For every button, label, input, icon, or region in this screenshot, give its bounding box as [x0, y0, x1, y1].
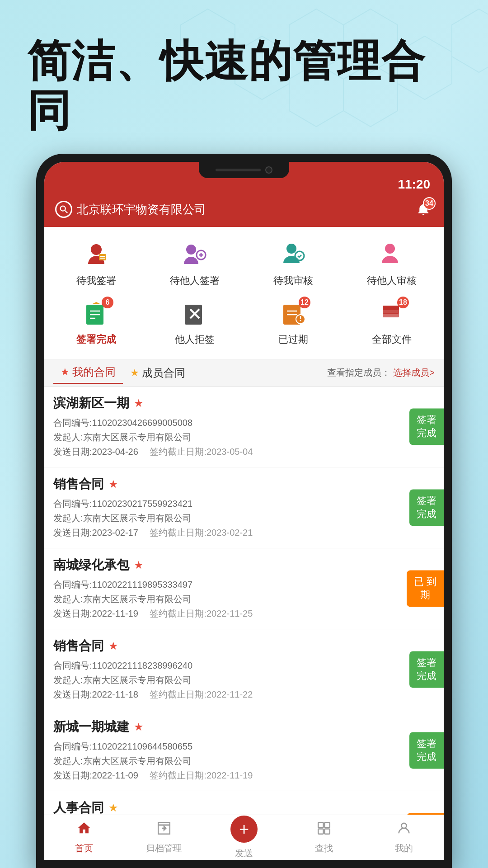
action-expired[interactable]: 12 已过期	[246, 295, 341, 350]
contract-status-btn[interactable]: 已 到期	[407, 570, 444, 607]
notch-bar-inner	[216, 169, 261, 171]
action-waiting-sign-other[interactable]: 待他人签署	[147, 236, 242, 291]
tab-my-contract[interactable]: ★ 我的合同	[53, 361, 123, 384]
action-label-other-reject: 他人拒签	[175, 333, 215, 346]
contract-item[interactable]: 新城一期城建 ★ 合同编号:11020221109644580655 发起人:东…	[44, 710, 444, 791]
contract-meta: 合同编号:11020221109644580655 发起人:东南大区展示专用有限…	[53, 739, 380, 783]
contract-title: 南城绿化承包	[53, 557, 129, 574]
view-member-label: 查看指定成员：	[327, 367, 390, 379]
svg-point-18	[286, 244, 296, 254]
contract-title: 销售合同	[53, 637, 104, 655]
action-sign-complete[interactable]: 6 签署完成	[49, 295, 144, 350]
contract-item[interactable]: 滨湖新区一期 ★ 合同编号:11020230426699005008 发起人:东…	[44, 387, 444, 467]
svg-point-20	[385, 244, 395, 254]
action-icon-all-files: 18	[376, 298, 407, 329]
contract-title: 销售合同	[53, 476, 104, 493]
star-icon: ★	[108, 478, 118, 491]
action-icon-sign-complete: 6	[81, 298, 112, 329]
notch	[199, 162, 289, 178]
search-icon[interactable]	[55, 201, 72, 218]
status-bar: 11:20	[44, 162, 444, 193]
contract-tabs: ★ 我的合同 ★ 成员合同 查看指定成员： 选择成员>	[44, 359, 444, 387]
contract-title: 新城一期城建	[53, 718, 129, 736]
action-waiting-sign-me[interactable]: 待我签署	[49, 236, 144, 291]
nav-find-label: 查找	[315, 842, 333, 854]
contract-status-btn[interactable]: 签署完成	[409, 489, 444, 526]
contract-status-btn[interactable]: 签署完成	[409, 732, 444, 769]
add-icon[interactable]: +	[230, 816, 258, 843]
contract-item[interactable]: 销售合同 ★ 合同编号:11020221118238996240 发起人:东南大…	[44, 629, 444, 710]
action-other-reject[interactable]: 他人拒签	[147, 295, 242, 350]
nav-home-label: 首页	[75, 842, 93, 854]
svg-marker-39	[164, 826, 166, 830]
action-icon-review-other	[376, 240, 407, 270]
contract-item[interactable]: 销售合同 ★ 合同编号:11020230217559923421 发起人:东南大…	[44, 467, 444, 548]
notch-camera	[265, 166, 272, 174]
nav-mine-label: 我的	[395, 842, 413, 854]
select-member-button[interactable]: 选择成员>	[393, 367, 435, 379]
bell-container[interactable]: 34	[414, 200, 433, 219]
contract-meta: 合同编号:11020230426699005008 发起人:东南大区展示专用有限…	[53, 415, 380, 459]
action-label-sign-other: 待他人签署	[170, 274, 220, 288]
action-label-expired: 已过期	[278, 333, 308, 346]
svg-point-33	[300, 320, 301, 321]
company-name: 北京联环宇物资有限公司	[77, 202, 206, 217]
all-files-badge: 18	[397, 297, 409, 308]
status-time: 11:20	[398, 177, 430, 192]
svg-point-19	[295, 251, 304, 260]
svg-point-10	[91, 244, 102, 255]
action-icon-review-me	[278, 240, 309, 270]
nav-mine[interactable]: 我的	[364, 816, 444, 859]
bottom-nav: 首页 归档管理 +	[44, 815, 444, 860]
star-icon: ★	[108, 802, 118, 814]
svg-point-14	[186, 245, 196, 255]
contract-meta: 合同编号:11020221119895333497 发起人:东南大区展示专用有限…	[53, 577, 380, 621]
nav-send-label: 发送	[235, 847, 253, 859]
svg-line-9	[65, 211, 68, 213]
svg-point-8	[61, 206, 66, 211]
tab-right: 查看指定成员： 选择成员>	[327, 367, 435, 379]
action-waiting-review-me[interactable]: 待我审核	[246, 236, 341, 291]
archive-icon	[156, 821, 172, 840]
contract-status-btn[interactable]: 签署完成	[409, 408, 444, 445]
contracts-container: 滨湖新区一期 ★ 合同编号:11020230426699005008 发起人:东…	[44, 387, 444, 860]
svg-rect-42	[318, 829, 323, 834]
nav-find[interactable]: 查找	[284, 816, 364, 859]
svg-rect-36	[383, 306, 399, 310]
nav-archive-label: 归档管理	[146, 842, 182, 854]
action-label-all-files: 全部文件	[372, 333, 412, 346]
contract-status-btn[interactable]: 签署完成	[409, 651, 444, 688]
contract-item[interactable]: 南城绿化承包 ★ 合同编号:11020221119895333497 发起人:东…	[44, 548, 444, 629]
phone-mockup: 11:20 北京联环宇物资有限公司	[36, 154, 452, 868]
star-icon: ★	[134, 559, 144, 571]
sign-complete-badge: 6	[102, 297, 113, 308]
tab-member-contract[interactable]: ★ 成员合同	[123, 362, 192, 384]
headline: 简洁、快速的管理合同	[27, 36, 461, 136]
mine-icon	[396, 821, 412, 840]
contract-meta: 合同编号:11020221118238996240 发起人:东南大区展示专用有限…	[53, 658, 380, 702]
nav-archive[interactable]: 归档管理	[124, 816, 204, 859]
action-label-sign-complete: 签署完成	[76, 333, 116, 346]
action-icon-sign-other	[179, 240, 210, 270]
action-label-sign-me: 待我签署	[76, 274, 116, 288]
phone-screen: 11:20 北京联环宇物资有限公司	[44, 162, 444, 860]
action-icon-sign-me	[81, 240, 112, 270]
star-icon: ★	[134, 397, 144, 410]
find-icon	[316, 821, 332, 840]
action-all-files[interactable]: 18 全部文件	[344, 295, 439, 350]
svg-rect-41	[324, 822, 329, 827]
contract-title: 人事合同	[53, 799, 104, 816]
action-waiting-review-other[interactable]: 待他人审核	[344, 236, 439, 291]
expired-badge: 12	[299, 297, 310, 308]
nav-home[interactable]: 首页	[44, 816, 124, 859]
bell-badge: 34	[423, 197, 436, 210]
star-icon: ★	[108, 640, 118, 652]
app-header-left[interactable]: 北京联环宇物资有限公司	[55, 201, 206, 218]
svg-point-44	[401, 823, 406, 828]
svg-rect-43	[324, 829, 329, 834]
contract-list: 滨湖新区一期 ★ 合同编号:11020230426699005008 发起人:东…	[44, 387, 444, 860]
nav-send[interactable]: + 发送	[204, 811, 284, 860]
action-label-review-other: 待他人审核	[367, 274, 417, 288]
svg-rect-11	[99, 254, 106, 260]
action-icon-other-reject	[179, 298, 210, 329]
